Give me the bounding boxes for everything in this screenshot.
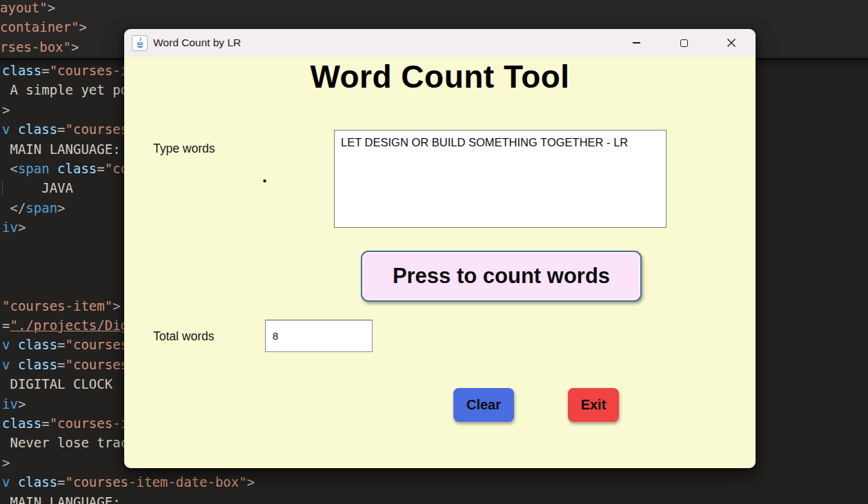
app-heading: Word Count Tool	[124, 58, 756, 95]
minimize-icon	[633, 42, 640, 43]
close-button[interactable]	[716, 29, 747, 57]
words-textarea[interactable]: LET DESIGN OR BUILD SOMETHING TOGETHER -…	[334, 130, 667, 228]
word-count-window: Word Count by LR Word Count Tool Type wo…	[124, 29, 756, 468]
bullet-dot: .	[262, 167, 267, 185]
window-controls	[620, 29, 747, 57]
java-icon	[132, 35, 148, 51]
total-words-field[interactable]	[265, 320, 373, 352]
minimize-button[interactable]	[620, 29, 652, 57]
exit-button[interactable]: Exit	[568, 388, 619, 422]
count-words-button[interactable]: Press to count words	[361, 251, 642, 302]
maximize-icon	[680, 39, 688, 47]
screen: ayout">container">rses-box"> class="cour…	[0, 0, 868, 504]
maximize-button[interactable]	[668, 29, 700, 57]
code-line: v class="courses-item-date-box">	[2, 472, 868, 492]
code-line: MAIN LANGUAGE:	[2, 492, 868, 504]
close-icon	[727, 38, 736, 48]
titlebar[interactable]: Word Count by LR	[124, 29, 756, 57]
window-title: Word Count by LR	[153, 37, 241, 49]
app-content: Word Count Tool Type words . LET DESIGN …	[124, 57, 756, 468]
clear-button[interactable]: Clear	[453, 388, 514, 422]
code-line: ayout">	[0, 0, 868, 17]
total-words-label: Total words	[153, 329, 215, 344]
type-words-label: Type words	[153, 142, 215, 156]
